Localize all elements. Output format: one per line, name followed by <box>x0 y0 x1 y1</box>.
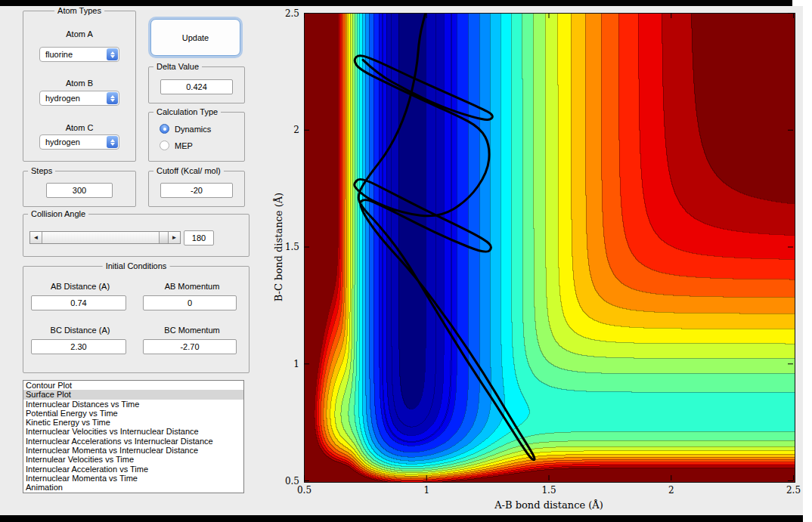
y-tick-label: 0.5 <box>272 476 299 486</box>
steps-panel: Steps <box>23 171 136 207</box>
contour-plot-canvas <box>304 13 795 483</box>
list-item[interactable]: Internulear Velocities vs Time <box>23 455 243 464</box>
bc-momentum-label: BC Momentum <box>138 326 246 335</box>
popup-stepper-icon <box>107 48 118 60</box>
plot-type-listbox: Contour PlotSurface PlotInternuclear Dis… <box>23 380 244 493</box>
slider-thumb[interactable] <box>159 232 168 243</box>
cutoff-input[interactable] <box>160 183 233 198</box>
ab-distance-label: AB Distance (A) <box>26 282 134 291</box>
x-tick-label: 0.5 <box>288 485 321 496</box>
window-chrome-right <box>803 0 812 522</box>
radio-dynamics[interactable]: Dynamics <box>160 124 211 134</box>
radio-selected-icon <box>160 124 169 134</box>
list-item[interactable]: Potential Energy vs Time <box>23 409 243 418</box>
bc-distance-label: BC Distance (A) <box>26 326 134 335</box>
collision-angle-panel: Collision Angle ◄ ► <box>23 214 249 257</box>
radio-mep[interactable]: MEP <box>160 141 193 150</box>
atom-a-select[interactable]: fluorine <box>39 47 119 62</box>
radio-dynamics-label: Dynamics <box>175 125 211 134</box>
ab-distance-input[interactable] <box>31 295 126 310</box>
list-item[interactable]: Internuclear Momenta vs Time <box>23 474 243 483</box>
slider-right-arrow-icon[interactable]: ► <box>168 232 180 243</box>
collision-angle-title: Collision Angle <box>28 209 88 219</box>
atom-b-select[interactable]: hydrogen <box>39 91 119 106</box>
atom-types-panel: Atom Types Atom A fluorine Atom B hydrog… <box>23 11 136 162</box>
collision-angle-input[interactable] <box>184 230 214 246</box>
bc-momentum-input[interactable] <box>143 339 237 354</box>
popup-stepper-icon <box>107 136 118 148</box>
calculation-type-title: Calculation Type <box>153 107 221 117</box>
atom-types-title: Atom Types <box>54 6 104 16</box>
list-item[interactable]: Contour Plot <box>23 381 243 390</box>
atom-a-value: fluorine <box>40 50 107 59</box>
list-item[interactable]: Surface Plot <box>23 390 243 399</box>
y-tick-label: 2 <box>272 125 299 135</box>
popup-stepper-icon <box>107 92 118 104</box>
y-tick-label: 2.5 <box>272 8 299 19</box>
steps-input[interactable] <box>46 183 113 198</box>
slider-trough[interactable] <box>42 232 159 243</box>
x-axis-label: A-B bond distance (Å) <box>304 499 794 511</box>
slider-left-arrow-icon[interactable]: ◄ <box>30 232 42 243</box>
delta-value-input[interactable] <box>160 79 233 94</box>
atom-c-value: hydrogen <box>40 137 107 147</box>
x-tick-label: 1.5 <box>532 485 566 496</box>
list-item[interactable]: Animation <box>23 483 243 492</box>
y-tick-label: 1 <box>272 359 299 369</box>
atom-b-label: Atom B <box>23 79 135 88</box>
window-chrome-top <box>0 0 792 6</box>
list-item[interactable]: Internuclear Acceleration vs Time <box>23 465 243 474</box>
list-item[interactable]: Internuclear Distances vs Time <box>23 400 243 409</box>
atom-c-select[interactable]: hydrogen <box>39 134 119 150</box>
atom-a-label: Atom A <box>23 29 135 39</box>
app-window: Atom Types Atom A fluorine Atom B hydrog… <box>0 0 812 522</box>
list-item[interactable]: Internuclear Momenta vs Internuclear Dis… <box>23 446 243 455</box>
radio-unselected-icon <box>160 141 169 150</box>
bc-distance-input[interactable] <box>31 339 126 354</box>
atom-c-label: Atom C <box>23 123 135 132</box>
cutoff-panel: Cutoff (Kcal/ mol) <box>148 171 245 207</box>
delta-value-panel: Delta Value <box>148 66 245 103</box>
contour-plot-area: A-B bond distance (Å) B-C bond distance … <box>304 13 794 481</box>
initial-conditions-panel: Initial Conditions AB Distance (A) AB Mo… <box>23 266 249 373</box>
y-tick-label: 1.5 <box>272 242 299 252</box>
atom-b-value: hydrogen <box>40 94 107 103</box>
cutoff-title: Cutoff (Kcal/ mol) <box>153 166 224 176</box>
delta-value-title: Delta Value <box>153 62 202 72</box>
collision-angle-slider[interactable]: ◄ ► <box>29 231 181 244</box>
list-item[interactable]: Kinetic Energy vs Time <box>23 418 243 427</box>
window-chrome-bottom <box>0 515 803 522</box>
x-tick-label: 1 <box>410 485 443 496</box>
radio-mep-label: MEP <box>175 141 193 150</box>
x-tick-label: 2 <box>655 485 688 496</box>
list-item[interactable]: Internuclear Accelerations vs Internucle… <box>23 437 243 446</box>
steps-title: Steps <box>28 166 55 176</box>
ab-momentum-label: AB Momentum <box>138 282 246 291</box>
x-tick-label: 2.5 <box>777 485 810 496</box>
calculation-type-panel: Calculation Type Dynamics MEP <box>148 112 245 162</box>
ab-momentum-input[interactable] <box>143 295 237 310</box>
list-item[interactable]: Internuclear Velocities vs Internuclear … <box>23 427 243 436</box>
update-button[interactable]: Update <box>150 19 240 56</box>
initial-conditions-title: Initial Conditions <box>103 261 170 271</box>
